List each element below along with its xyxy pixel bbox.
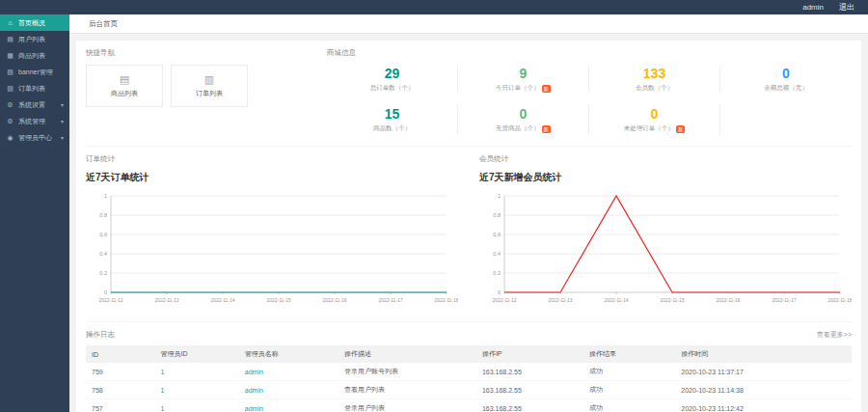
order-doc-icon: ▥ xyxy=(204,73,214,86)
stat-value: 29 xyxy=(327,66,457,81)
sidebar-item-label: banner管理 xyxy=(18,68,53,77)
logs-section: 操作日志 查看更多>> ID管理员ID管理员名称操作描述操作IP操作结果操作时间… xyxy=(86,321,852,412)
user-list-icon: ▤ xyxy=(6,36,14,43)
charts-row: 订单统计 近7天订单统计 00.20.40.60.812022-11-12202… xyxy=(86,146,852,312)
logs-column-header: ID xyxy=(86,345,154,363)
stats-title: 商城信息 xyxy=(327,48,852,58)
sidebar-item-system-settings[interactable]: ⚙系统设置▾ xyxy=(0,96,69,113)
settings-icon: ⚙ xyxy=(6,101,14,109)
sidebar-item-home[interactable]: ⌂首页概况 xyxy=(0,14,69,31)
stat-goods-count: 15商品数（个） xyxy=(327,105,458,134)
table-cell: 1 xyxy=(154,363,238,381)
status-badge: 新 xyxy=(676,125,686,133)
svg-text:2022-11-17: 2022-11-17 xyxy=(378,297,402,303)
stat-value: 0 xyxy=(589,106,719,122)
logout-button[interactable]: 退出 xyxy=(839,2,854,13)
stat-label-text: 无货商品（个） xyxy=(496,124,540,133)
stat-label: 未处理订单（个）新 xyxy=(589,124,719,133)
banner-icon: ▧ xyxy=(6,69,14,76)
main-area: 后台首页 快捷导航 ▤商品列表▥订单列表 商城信息 29总订单数（个）9今日订单… xyxy=(69,14,868,412)
sidebar-item-label: 用户列表 xyxy=(18,35,45,44)
table-cell: 1 xyxy=(154,381,238,399)
logs-table-header-row: ID管理员ID管理员名称操作描述操作IP操作结果操作时间 xyxy=(86,345,852,363)
stat-label: 总订单数（个） xyxy=(327,84,457,93)
svg-text:0.4: 0.4 xyxy=(99,251,107,257)
stat-label: 会员数（个） xyxy=(589,84,719,93)
sidebar-menu: ⌂首页概况▤用户列表▦商品列表▧banner管理▨订单列表⚙系统设置▾⚙系统管理… xyxy=(0,14,69,146)
logs-title: 操作日志 xyxy=(86,330,115,340)
quick-nav-orders-button[interactable]: ▥订单列表 xyxy=(171,65,248,107)
svg-text:2022-11-16: 2022-11-16 xyxy=(322,297,346,303)
topbar-username[interactable]: admin xyxy=(802,3,824,12)
chevron-down-icon: ▾ xyxy=(61,118,64,124)
svg-text:0: 0 xyxy=(104,289,107,295)
stat-value: 0 xyxy=(720,66,852,81)
svg-text:2022-11-14: 2022-11-14 xyxy=(210,297,234,303)
logs-table: ID管理员ID管理员名称操作描述操作IP操作结果操作时间 7591admin登录… xyxy=(86,345,852,412)
members-line-chart: 00.20.40.60.812022-11-122022-11-132022-1… xyxy=(479,188,852,308)
table-cell: 163.168.2.55 xyxy=(476,381,583,399)
table-cell: 登录用户列表 xyxy=(339,399,476,412)
stats-section: 商城信息 29总订单数（个）9今日订单（个）新133会员数（个）0余额总额（元）… xyxy=(327,48,852,134)
table-cell: 1 xyxy=(154,399,238,412)
table-row: 7571admin登录用户列表163.168.2.55成功2020-10-23 … xyxy=(86,399,852,412)
topbar: admin 退出 xyxy=(0,0,868,14)
sidebar-item-admin-center[interactable]: ◉管理员中心▾ xyxy=(0,129,69,146)
stat-label: 余额总额（元） xyxy=(720,84,852,93)
orders-chart-section-label: 订单统计 xyxy=(86,154,458,164)
sidebar-item-label: 首页概况 xyxy=(18,18,45,28)
goods-list-icon: ▦ xyxy=(6,52,14,60)
stat-value: 9 xyxy=(458,66,588,81)
table-cell: 757 xyxy=(86,399,154,412)
table-row: 7581admin查看用户列表163.168.2.55成功2020-10-23 … xyxy=(86,381,852,399)
sidebar-item-goods[interactable]: ▦商品列表 xyxy=(0,47,69,64)
svg-text:2022-11-18: 2022-11-18 xyxy=(827,297,852,303)
quick-nav-section: 快捷导航 ▤商品列表▥订单列表 xyxy=(86,48,327,134)
svg-text:0.2: 0.2 xyxy=(493,270,501,276)
sidebar-item-label: 管理员中心 xyxy=(18,133,52,143)
svg-text:2022-11-15: 2022-11-15 xyxy=(266,297,290,303)
svg-text:2022-11-12: 2022-11-12 xyxy=(98,297,122,303)
members-chart-title: 近7天新增会员统计 xyxy=(479,171,852,184)
logs-header: 操作日志 查看更多>> xyxy=(86,330,852,340)
logs-more-link[interactable]: 查看更多>> xyxy=(817,330,852,340)
quick-nav-title: 快捷导航 xyxy=(86,48,327,58)
table-cell: admin xyxy=(239,381,339,399)
svg-text:2022-11-13: 2022-11-13 xyxy=(548,297,572,303)
logs-column-header: 操作时间 xyxy=(675,345,852,363)
goods-doc-icon: ▤ xyxy=(120,73,129,86)
status-badge: 新 xyxy=(542,125,552,133)
svg-text:2022-11-17: 2022-11-17 xyxy=(772,297,796,303)
stat-label: 商品数（个） xyxy=(327,124,457,133)
orders-chart-section: 订单统计 近7天订单统计 00.20.40.60.812022-11-12202… xyxy=(86,154,458,312)
svg-text:1: 1 xyxy=(104,193,107,199)
sidebar-item-users[interactable]: ▤用户列表 xyxy=(0,31,69,47)
table-cell: 登录用户账号列表 xyxy=(339,363,476,381)
stat-label: 无货商品（个）新 xyxy=(458,124,588,133)
logs-column-header: 操作描述 xyxy=(339,345,476,363)
svg-text:0.8: 0.8 xyxy=(493,212,501,218)
svg-text:2022-11-13: 2022-11-13 xyxy=(154,297,178,303)
stat-value: 133 xyxy=(589,66,719,81)
logs-column-header: 管理员名称 xyxy=(239,345,339,363)
sidebar-item-banner[interactable]: ▧banner管理 xyxy=(0,64,69,80)
stat-label-text: 余额总额（元） xyxy=(764,84,808,93)
svg-text:0: 0 xyxy=(498,289,501,295)
svg-text:0.4: 0.4 xyxy=(493,251,501,257)
stat-label-text: 会员数（个） xyxy=(636,84,673,93)
stat-value: 0 xyxy=(458,106,588,122)
quick-nav-items: ▤商品列表▥订单列表 xyxy=(86,65,327,107)
table-cell: 2020-10-23 11:12:42 xyxy=(675,399,852,412)
quick-nav-goods-button[interactable]: ▤商品列表 xyxy=(86,65,163,107)
stats-grid: 29总订单数（个）9今日订单（个）新133会员数（个）0余额总额（元）15商品数… xyxy=(327,65,852,134)
table-cell: 成功 xyxy=(583,363,675,381)
stat-label-text: 商品数（个） xyxy=(373,124,411,133)
tab-home[interactable]: 后台首页 xyxy=(79,17,127,31)
sidebar-item-system-management[interactable]: ⚙系统管理▾ xyxy=(0,113,69,129)
tabbar: 后台首页 xyxy=(69,14,868,34)
table-row: 7591admin登录用户账号列表163.168.2.55成功2020-10-2… xyxy=(86,363,852,381)
svg-text:2022-11-14: 2022-11-14 xyxy=(604,297,628,303)
svg-text:1: 1 xyxy=(498,193,501,199)
svg-text:2022-11-15: 2022-11-15 xyxy=(660,297,684,303)
sidebar-item-orders[interactable]: ▨订单列表 xyxy=(0,80,69,96)
